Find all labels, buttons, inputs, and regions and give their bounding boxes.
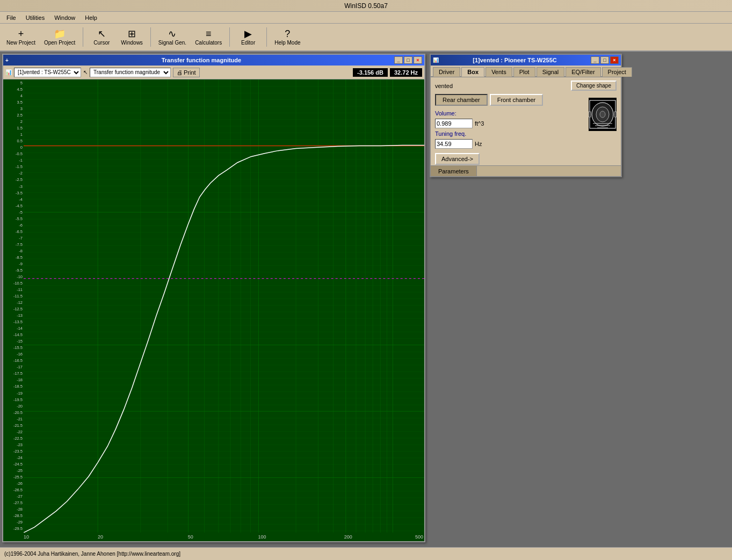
db-display: -3.156 dB [353, 68, 388, 77]
y-label: 1 [4, 132, 23, 137]
tf-close-button[interactable]: × [414, 56, 422, 64]
tab-box[interactable]: Box [461, 67, 484, 77]
y-label: 0.5 [4, 139, 23, 143]
x-label-10: 10 [24, 534, 29, 540]
y-label: -14 [4, 326, 23, 331]
x-label-50: 50 [188, 534, 193, 540]
menu-utilities[interactable]: Utilities [21, 13, 49, 22]
calculators-icon: ≡ [206, 29, 212, 39]
parameters-tab[interactable]: Parameters [431, 166, 477, 176]
y-label: 3 [4, 106, 23, 111]
volume-label: Volume: [435, 110, 478, 117]
cursor-icon-small: ↖ [83, 69, 88, 75]
y-label: -14.5 [4, 332, 23, 337]
y-label: -11 [4, 287, 23, 292]
signal-gen-button[interactable]: ∿ Signal Gen. [156, 25, 189, 49]
toolbar-separator-2 [150, 27, 151, 47]
y-label: -28 [4, 507, 23, 512]
params-bar: Parameters [431, 165, 621, 176]
chart-svg [24, 79, 424, 533]
y-label: -3.5 [4, 191, 23, 195]
tab-project[interactable]: Project [602, 67, 632, 77]
y-label: -29 [4, 520, 23, 525]
y-label: -19.5 [4, 397, 23, 402]
y-label: 4.5 [4, 87, 23, 92]
y-label: -23 [4, 442, 23, 447]
project-selector[interactable]: [1]vented : TS-W255C [14, 68, 81, 77]
rear-chamber-button[interactable]: Rear chamber [435, 94, 488, 106]
tab-plot[interactable]: Plot [513, 67, 535, 77]
tab-eq-filter[interactable]: EQ/Filter [566, 67, 600, 77]
tf-minimize-button[interactable]: _ [394, 56, 403, 64]
toolbar-separator-1 [83, 27, 83, 47]
x-label-100: 100 [258, 534, 266, 540]
print-button[interactable]: 🖨 Print [173, 68, 200, 77]
y-label: -3 [4, 184, 23, 189]
windows-button[interactable]: ⊞ Windows [119, 25, 145, 49]
box-maximize-button[interactable]: □ [600, 56, 609, 64]
y-label: -22 [4, 430, 23, 434]
svg-point-37 [600, 111, 605, 118]
advanced-button[interactable]: Advanced-> [435, 153, 480, 165]
tab-vents[interactable]: Vents [485, 67, 512, 77]
menu-window[interactable]: Window [50, 13, 79, 22]
y-label: -6 [4, 223, 23, 228]
y-label: -12.5 [4, 307, 23, 311]
y-label: -20.5 [4, 410, 23, 415]
open-project-button[interactable]: 📁 Open Project [42, 25, 77, 49]
y-label: -21 [4, 417, 23, 421]
new-project-button[interactable]: + New Project [4, 25, 38, 49]
calculators-button[interactable]: ≡ Calculators [193, 25, 224, 49]
y-label: -4.5 [4, 203, 23, 208]
tuning-input[interactable] [435, 139, 473, 149]
function-selector[interactable]: Transfer function magnitude [90, 68, 171, 77]
params-tab2[interactable] [477, 166, 492, 176]
box-tabs: Driver Box Vents Plot Signal EQ/Filter P… [431, 66, 621, 77]
help-mode-button[interactable]: ? Help Mode [272, 25, 302, 49]
y-label: -1.5 [4, 164, 23, 169]
y-label: 2.5 [4, 113, 23, 118]
y-label: -8.5 [4, 255, 23, 260]
box-minimize-button[interactable]: _ [591, 56, 599, 64]
y-label: -2 [4, 171, 23, 176]
y-label: -24 [4, 455, 23, 460]
y-label: -27.5 [4, 500, 23, 505]
y-label-5: 5 [4, 81, 23, 85]
box-type-label: vented [435, 83, 453, 89]
tuning-unit: Hz [475, 141, 482, 147]
print-icon: 🖨 [177, 69, 183, 76]
cursor-icon: ↖ [98, 29, 106, 39]
y-label: -26.5 [4, 488, 23, 492]
tf-maximize-button[interactable]: □ [404, 56, 412, 64]
menu-help[interactable]: Help [81, 13, 102, 22]
y-label: -17.5 [4, 371, 23, 376]
y-label: -11.5 [4, 294, 23, 299]
tf-toolbar: 📊 [1]vented : TS-W255C ↖ Transfer functi… [3, 66, 424, 79]
tf-titlebar-controls: _ □ × [394, 56, 422, 64]
y-label: -29.5 [4, 526, 23, 531]
y-label: -26 [4, 481, 23, 486]
change-shape-button[interactable]: Change shape [571, 81, 617, 91]
volume-input[interactable] [435, 119, 473, 128]
svg-rect-38 [589, 112, 591, 117]
front-chamber-button[interactable]: Front chamber [490, 94, 543, 106]
y-label: 3.5 [4, 100, 23, 105]
x-axis: 10 20 50 100 200 500 [24, 533, 424, 541]
box-title-icon: 📊 [433, 57, 439, 63]
tab-driver[interactable]: Driver [433, 67, 460, 77]
y-label: -13 [4, 313, 23, 318]
new-project-icon: + [18, 29, 24, 39]
menu-file[interactable]: File [2, 13, 20, 22]
y-label: 1.5 [4, 126, 23, 130]
cursor-button[interactable]: ↖ Cursor [89, 25, 114, 49]
y-label-0: 0 [4, 145, 23, 150]
speaker-diagram [589, 98, 617, 131]
y-label: -19 [4, 391, 23, 396]
box-close-button[interactable]: × [610, 56, 619, 64]
x-label-500: 500 [415, 534, 423, 540]
y-label: -25.5 [4, 475, 23, 479]
open-project-icon: 📁 [54, 29, 66, 39]
tab-signal[interactable]: Signal [537, 67, 565, 77]
editor-button[interactable]: ▶ Editor [235, 25, 261, 49]
y-label: -4 [4, 197, 23, 202]
